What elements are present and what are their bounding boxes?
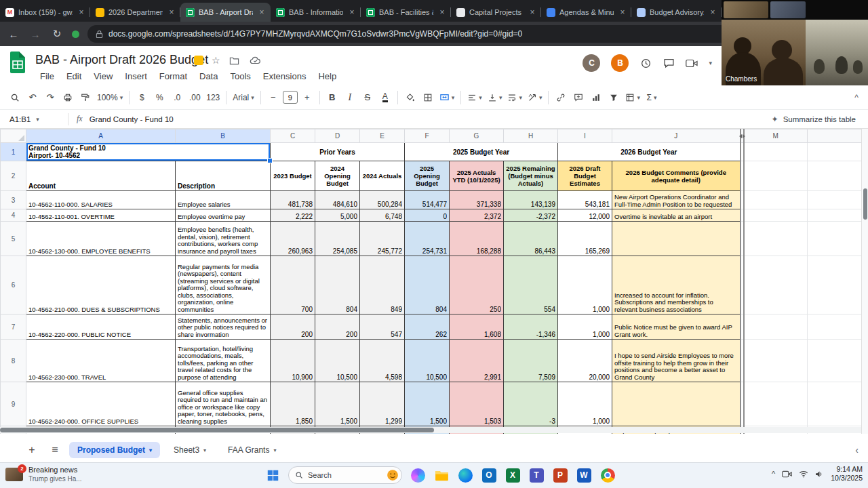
camera-tray-icon[interactable] bbox=[782, 470, 792, 478]
grid-cell[interactable]: 2,991 bbox=[450, 340, 504, 382]
grid-cell[interactable]: Regular payments for media (newspapers),… bbox=[176, 256, 271, 314]
sheet-tab-proposed-budget[interactable]: Proposed Budget▾ bbox=[69, 442, 160, 458]
increase-decimals-icon[interactable]: .00 bbox=[186, 89, 203, 106]
column-header[interactable]: I bbox=[558, 129, 612, 143]
vertical-scrollbar[interactable] bbox=[861, 129, 868, 434]
all-sheets-icon[interactable]: ≡ bbox=[46, 444, 64, 456]
create-filter-icon[interactable] bbox=[606, 89, 622, 106]
grid-cell[interactable]: 1,000 bbox=[558, 382, 612, 426]
tab-close-icon[interactable]: × bbox=[347, 7, 357, 17]
grid-cell[interactable] bbox=[612, 222, 741, 256]
tab-close-icon[interactable]: × bbox=[708, 7, 717, 17]
grid-cell[interactable]: 2024 Actuals bbox=[360, 161, 405, 191]
grid-cell[interactable]: 10-4562-130-000. EMPLOYEE BENEFITS bbox=[26, 222, 176, 256]
grid-cell[interactable]: 12,000 bbox=[558, 209, 612, 222]
fill-color-icon[interactable] bbox=[402, 89, 418, 106]
menu-view[interactable]: View bbox=[89, 69, 117, 83]
vertical-align-icon[interactable]: ▾ bbox=[486, 89, 505, 106]
horizontal-align-icon[interactable]: ▾ bbox=[465, 89, 484, 106]
grid-cell[interactable]: 10,500 bbox=[405, 340, 450, 382]
text-rotation-icon[interactable]: ▾ bbox=[526, 89, 545, 106]
grid-cell[interactable]: 1,850 bbox=[271, 382, 315, 426]
grid-cell[interactable]: Description bbox=[176, 161, 271, 191]
grid-cell[interactable] bbox=[744, 143, 808, 161]
grid-cell[interactable]: 254,085 bbox=[315, 222, 360, 256]
grid-cell[interactable]: -1,346 bbox=[504, 314, 558, 340]
row-header[interactable]: 7 bbox=[1, 314, 26, 340]
grid-cell[interactable]: 804 bbox=[405, 256, 450, 314]
grid-cell[interactable]: 5,000 bbox=[315, 209, 360, 222]
column-header[interactable]: D bbox=[315, 129, 360, 143]
grid-cell[interactable]: Employee salaries bbox=[176, 191, 271, 209]
decrease-decimals-icon[interactable]: .0 bbox=[169, 89, 185, 106]
wifi-icon[interactable] bbox=[799, 470, 808, 478]
version-history-icon[interactable] bbox=[639, 57, 652, 69]
cloud-status-icon[interactable] bbox=[249, 54, 261, 66]
summarize-table-button[interactable]: ✦ Summarize this table bbox=[772, 115, 856, 124]
grid-cell[interactable]: 262 bbox=[405, 314, 450, 340]
row-header[interactable]: 2 bbox=[1, 161, 26, 191]
word-icon[interactable]: W bbox=[576, 467, 592, 483]
video-thumbnail[interactable] bbox=[724, 1, 768, 18]
grid-cell[interactable]: 2,222 bbox=[271, 209, 315, 222]
grid-cell[interactable]: 1,000 bbox=[558, 256, 612, 314]
tab-close-icon[interactable]: × bbox=[257, 7, 267, 17]
decrease-font-icon[interactable]: − bbox=[265, 89, 281, 106]
grid-cell[interactable]: 10,500 bbox=[315, 340, 360, 382]
browser-tab[interactable]: BAB - Informatio... × bbox=[271, 3, 361, 22]
redo-icon[interactable]: ↷ bbox=[42, 89, 58, 106]
column-header[interactable]: E bbox=[360, 129, 405, 143]
file-explorer-icon[interactable] bbox=[433, 467, 450, 483]
column-header[interactable]: M bbox=[744, 129, 808, 143]
grid-cell[interactable]: 1,000 bbox=[558, 314, 612, 340]
grid-cell[interactable]: 2026 Budget Comments (provide adequate d… bbox=[612, 161, 741, 191]
menu-edit[interactable]: Edit bbox=[62, 69, 86, 83]
formula-input[interactable]: Grand County - Fund 10 bbox=[90, 115, 174, 123]
add-sheet-icon[interactable]: + bbox=[23, 444, 41, 456]
grid-cell[interactable]: 10-4562-220-000. PUBLIC NOTICE bbox=[26, 314, 176, 340]
grid-cell[interactable]: 2025 Budget Year bbox=[405, 143, 558, 161]
grid-cell[interactable]: 554 bbox=[504, 256, 558, 314]
collaborator-avatar[interactable]: C bbox=[583, 54, 600, 72]
grid-cell[interactable]: -3 bbox=[504, 382, 558, 426]
grid-cell[interactable]: 2026 Draft Budget Estimates bbox=[558, 161, 612, 191]
back-icon[interactable]: ← bbox=[7, 28, 20, 40]
grid-cell[interactable]: 700 bbox=[271, 256, 315, 314]
column-header[interactable]: J bbox=[612, 129, 741, 143]
browser-tab-active[interactable]: BAB - Airport Dra... × bbox=[180, 3, 271, 22]
column-header[interactable]: B bbox=[176, 129, 271, 143]
borders-icon[interactable] bbox=[420, 89, 436, 106]
paint-format-icon[interactable] bbox=[77, 89, 94, 106]
grid-cell[interactable]: Account bbox=[26, 161, 176, 191]
grid-cell[interactable]: New Airport Operations Coordinator and F… bbox=[612, 191, 741, 209]
powerpoint-icon[interactable]: P bbox=[552, 467, 568, 483]
browser-tab[interactable]: Capital Projects 2... × bbox=[451, 3, 541, 22]
grid-cell[interactable]: 481,738 bbox=[271, 191, 315, 209]
grid-cell[interactable]: 1,503 bbox=[450, 382, 504, 426]
grid-cell[interactable] bbox=[744, 382, 808, 426]
grid-cell[interactable] bbox=[744, 191, 808, 209]
grid-cell[interactable]: 2023 Budget bbox=[271, 161, 315, 191]
row-header[interactable]: 1 bbox=[1, 143, 26, 161]
tab-close-icon[interactable]: × bbox=[618, 7, 627, 17]
grid-cell[interactable]: 143,139 bbox=[504, 191, 558, 209]
undo-icon[interactable]: ↶ bbox=[24, 89, 41, 106]
row-header[interactable]: 9 bbox=[1, 382, 26, 426]
insert-comment-icon[interactable] bbox=[570, 89, 587, 106]
grid-cell[interactable]: 547 bbox=[360, 314, 405, 340]
grid-cell[interactable]: Public Notice must be given to award AIP… bbox=[612, 314, 741, 340]
menu-tools[interactable]: Tools bbox=[225, 69, 255, 83]
grid-cell[interactable]: 1,500 bbox=[315, 382, 360, 426]
name-box[interactable]: A1:B1▾ bbox=[0, 115, 62, 123]
grid-cell[interactable] bbox=[744, 222, 808, 256]
grid-cell[interactable]: 2025 Remaining (Budget minus Actuals) bbox=[504, 161, 558, 191]
collaborator-avatar[interactable]: B bbox=[611, 54, 629, 72]
grid-cell[interactable]: 2025 Opening Budget bbox=[405, 161, 450, 191]
menu-extensions[interactable]: Extensions bbox=[258, 69, 311, 83]
comment-history-icon[interactable] bbox=[663, 57, 675, 69]
grid-cell[interactable]: 543,181 bbox=[558, 191, 612, 209]
row-header[interactable]: 6 bbox=[1, 256, 26, 314]
search-input[interactable]: Search bbox=[288, 466, 402, 484]
tab-close-icon[interactable]: × bbox=[77, 7, 86, 17]
grid-cell[interactable]: 484,610 bbox=[315, 191, 360, 209]
